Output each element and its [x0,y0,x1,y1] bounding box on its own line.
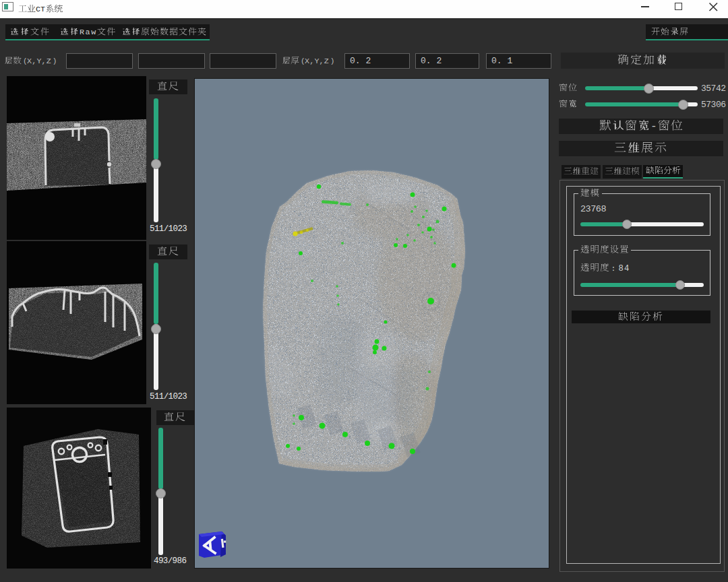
svg-text:C: C [36,5,40,14]
svg-text:R: R [80,28,84,37]
svg-text:): ) [53,57,57,65]
svg-text:Z: Z [47,57,51,66]
svg-text:X: X [27,57,32,66]
svg-text:,: , [42,57,47,66]
svg-text:,: , [32,57,36,66]
svg-text::: : [611,264,616,273]
svg-text:,: , [309,57,314,66]
svg-text:X: X [305,57,309,66]
svg-text:Z: Z [324,57,329,66]
svg-text:w: w [91,28,96,37]
svg-text:,: , [320,57,324,66]
svg-text:a: a [86,28,90,37]
svg-text:-: - [650,121,657,133]
svg-text:Y: Y [314,57,319,66]
svg-text:): ) [330,57,334,65]
svg-text:Y: Y [36,57,41,66]
svg-text:8: 8 [619,264,624,273]
svg-text:T: T [40,5,45,14]
svg-text:4: 4 [624,264,629,273]
